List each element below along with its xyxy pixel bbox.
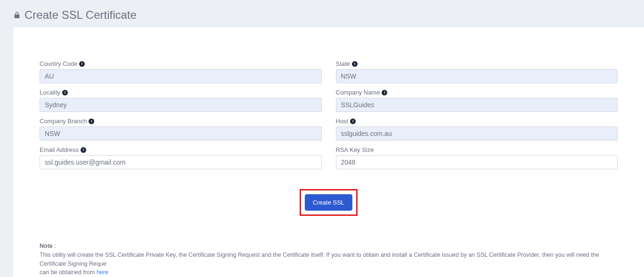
label-country-code: Country Code i <box>40 60 322 67</box>
input-country-code[interactable] <box>40 69 322 83</box>
highlight-box: Create SSL <box>300 189 358 216</box>
input-rsa-key-size[interactable] <box>336 155 618 169</box>
label-company-branch: Company Branch i <box>40 118 322 125</box>
field-country-code: Country Code i <box>40 60 322 83</box>
label-text: Email Address <box>40 146 79 153</box>
note-link-here[interactable]: here <box>97 269 108 276</box>
note-title: Note <box>40 243 53 249</box>
info-icon[interactable]: i <box>350 119 356 124</box>
info-icon[interactable]: i <box>81 147 86 153</box>
input-state[interactable] <box>336 69 618 83</box>
page-title: Create SSL Certificate <box>24 8 137 22</box>
input-company-name[interactable] <box>336 98 618 112</box>
input-company-branch[interactable] <box>40 127 322 141</box>
info-icon[interactable]: i <box>62 90 68 95</box>
label-rsa-key-size: RSA Key Size <box>336 146 618 153</box>
input-locality[interactable] <box>40 98 322 112</box>
field-company-name: Company Name i <box>336 89 618 112</box>
field-state: State i <box>336 60 618 83</box>
page-header: Create SSL Certificate <box>0 0 644 27</box>
info-icon[interactable]: i <box>382 90 387 95</box>
input-host[interactable] <box>336 127 618 141</box>
input-email[interactable] <box>40 155 322 169</box>
field-locality: Locality i <box>40 89 322 112</box>
label-state: State i <box>336 60 618 67</box>
label-email: Email Address i <box>40 146 322 153</box>
lock-icon <box>13 11 21 19</box>
label-text: Locality <box>40 89 60 96</box>
info-icon[interactable]: i <box>89 119 94 124</box>
label-company-name: Company Name i <box>336 89 618 96</box>
field-host: Host i <box>336 118 618 141</box>
label-text: RSA Key Size <box>336 146 374 153</box>
label-text: Company Branch <box>40 118 87 125</box>
form-card: Country Code i State i Locality i Compan… <box>13 27 644 277</box>
form-grid: Country Code i State i Locality i Compan… <box>40 60 618 169</box>
button-row: Create SSL <box>40 189 618 216</box>
label-text: Country Code <box>40 60 77 67</box>
create-ssl-button[interactable]: Create SSL <box>305 194 352 211</box>
info-icon[interactable]: i <box>352 61 358 67</box>
field-email: Email Address i <box>40 146 322 169</box>
field-company-branch: Company Branch i <box>40 118 322 141</box>
note-body: This utility will create the SSL Certifi… <box>40 252 599 267</box>
label-locality: Locality i <box>40 89 322 96</box>
label-text: State <box>336 60 350 67</box>
info-icon[interactable]: i <box>79 61 85 67</box>
label-text: Company Name <box>336 89 380 96</box>
note-body2-prefix: can be obtained from <box>40 269 97 276</box>
label-host: Host i <box>336 118 618 125</box>
field-rsa-key-size: RSA Key Size <box>336 146 618 169</box>
note-section: Note : This utility will create the SSL … <box>40 242 618 277</box>
label-text: Host <box>336 118 349 125</box>
